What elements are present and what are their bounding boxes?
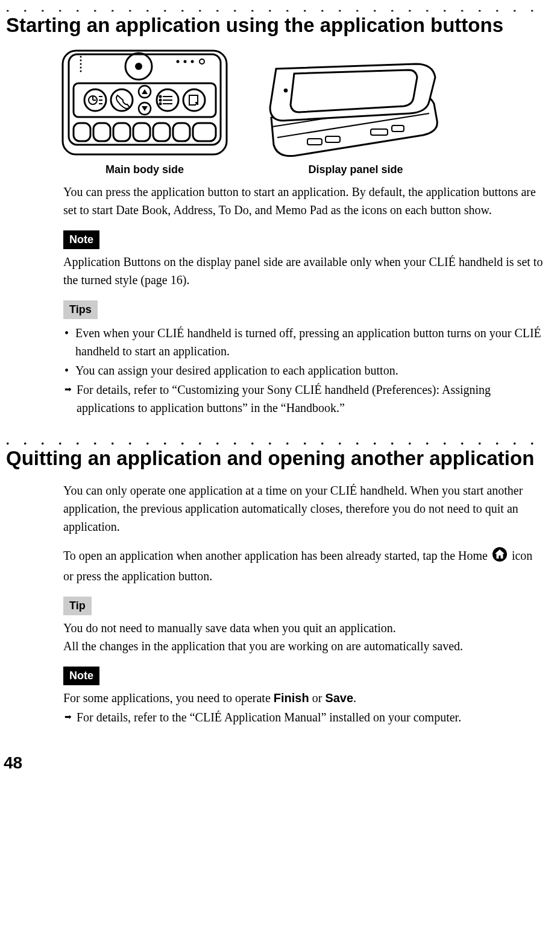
tip-line2: All the changes in the application that … (63, 639, 463, 653)
tips-badge: Tips (63, 300, 98, 319)
svg-point-45 (284, 89, 288, 92)
note-text-or: or (309, 691, 326, 705)
home-icon (492, 546, 508, 567)
device-main-body-icon (60, 48, 229, 157)
finish-label: Finish (274, 691, 309, 705)
figure1-caption: Main body side (105, 162, 184, 178)
svg-rect-35 (93, 123, 110, 141)
figures-row: Main body side Display panel s (60, 48, 548, 178)
note-details-reference: For details, refer to the “CLIÉ Applicat… (64, 708, 545, 726)
para2-text-a: To open an application when another appl… (63, 549, 491, 562)
tip-badge: Tip (63, 597, 92, 615)
save-label: Save (325, 691, 353, 705)
section2-para2: To open an application when another appl… (63, 546, 545, 585)
section2-tip-text: You do not need to manually save data wh… (63, 619, 545, 655)
svg-rect-38 (153, 123, 170, 141)
svg-point-32 (160, 100, 162, 101)
figure-main-body: Main body side (60, 48, 229, 178)
svg-point-12 (80, 71, 82, 72)
note-badge: Note (63, 667, 99, 685)
svg-rect-34 (74, 123, 90, 141)
svg-point-6 (191, 60, 194, 63)
note-text-a: For some applications, you need to opera… (63, 691, 274, 705)
svg-rect-36 (113, 123, 130, 141)
svg-point-8 (80, 56, 82, 58)
svg-rect-40 (193, 123, 216, 141)
svg-rect-42 (326, 136, 340, 142)
svg-rect-44 (392, 125, 404, 131)
dotted-divider: . . . . . . . . . . . . . . . . . . . . … (6, 0, 548, 11)
svg-rect-37 (133, 123, 150, 141)
tip-item: You can assign your desired application … (75, 361, 545, 379)
svg-rect-43 (371, 129, 388, 135)
note-badge: Note (63, 230, 99, 249)
device-display-panel-icon (265, 60, 446, 157)
note-text-b: . (353, 691, 356, 705)
page-number: 48 (4, 750, 548, 776)
section1-title: Starting an application using the applic… (6, 13, 548, 37)
figure2-caption: Display panel side (308, 162, 403, 178)
svg-point-10 (80, 63, 82, 65)
svg-point-9 (80, 60, 82, 62)
section1-intro: You can press the application button to … (63, 183, 545, 219)
svg-rect-39 (173, 123, 190, 141)
svg-point-4 (177, 60, 180, 63)
svg-point-33 (160, 103, 162, 105)
svg-point-31 (160, 96, 162, 98)
svg-point-21 (183, 89, 205, 111)
section2-title: Quitting an application and opening anot… (6, 446, 548, 470)
tips-details-reference: For details, refer to “Customizing your … (64, 381, 545, 417)
tips-list: Even when your CLIÉ handheld is turned o… (63, 324, 545, 379)
figure-display-panel: Display panel side (265, 60, 446, 178)
svg-point-3 (135, 63, 142, 70)
section1-note-text: Application Buttons on the display panel… (63, 253, 545, 289)
tip-item: Even when your CLIÉ handheld is turned o… (75, 324, 545, 360)
svg-rect-41 (307, 139, 322, 145)
section2-note-text: For some applications, you need to opera… (63, 689, 545, 707)
svg-point-11 (80, 67, 82, 69)
svg-point-5 (184, 60, 187, 63)
tip-line1: You do not need to manually save data wh… (63, 621, 396, 635)
section2-para1: You can only operate one application at … (63, 481, 545, 536)
dotted-divider: . . . . . . . . . . . . . . . . . . . . … (6, 432, 548, 444)
